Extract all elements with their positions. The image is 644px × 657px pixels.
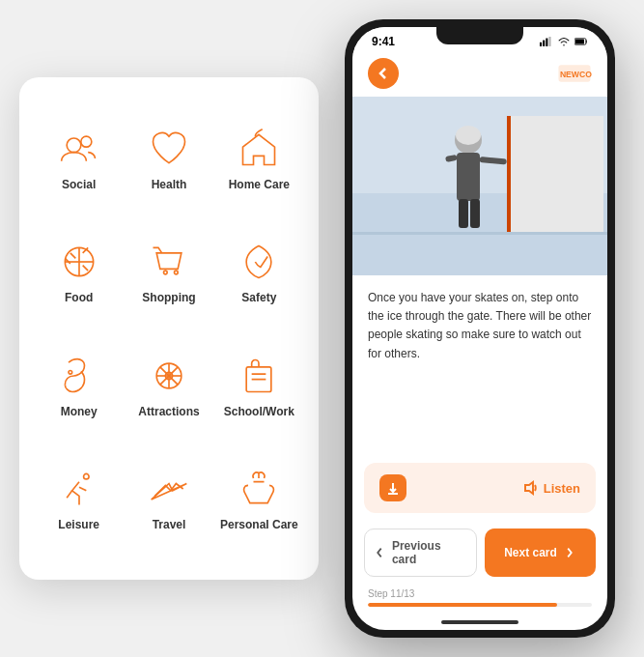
travel-label: Travel — [153, 518, 186, 531]
phone-notch — [436, 27, 523, 44]
shopping-icon — [146, 239, 192, 285]
prev-card-button[interactable]: Previous card — [364, 528, 477, 577]
status-time: 9:41 — [372, 35, 395, 48]
safety-icon — [236, 239, 282, 285]
schoolwork-label: School/Work — [224, 405, 294, 418]
personalcare-icon — [236, 466, 282, 512]
svg-rect-19 — [548, 37, 550, 46]
next-card-button[interactable]: Next card — [485, 528, 596, 577]
svg-rect-27 — [507, 116, 603, 232]
svg-rect-32 — [459, 199, 468, 228]
step-bar: Step 11/13 — [352, 585, 607, 614]
battery-icon — [574, 35, 588, 48]
shopping-label: Shopping — [142, 291, 195, 304]
home-bar — [441, 620, 518, 624]
next-label: Next card — [504, 546, 557, 559]
content-area: Once you have your skates on, step onto … — [352, 275, 607, 463]
svg-point-0 — [67, 138, 81, 153]
schoolwork-icon — [236, 353, 282, 399]
prev-label: Previous card — [392, 539, 468, 566]
svg-rect-28 — [507, 116, 511, 232]
money-label: Money — [61, 405, 98, 418]
download-icon — [385, 480, 401, 496]
listen-button[interactable]: Listen — [522, 480, 580, 496]
category-health[interactable]: Health — [128, 106, 209, 211]
money-icon — [56, 353, 102, 399]
homecare-icon — [236, 126, 282, 172]
content-text: Once you have your skates on, step onto … — [368, 289, 592, 363]
food-label: Food — [65, 291, 93, 304]
social-label: Social — [62, 178, 96, 191]
attractions-icon — [146, 353, 192, 399]
status-icons — [540, 35, 588, 48]
svg-rect-26 — [352, 232, 607, 235]
back-button[interactable] — [368, 58, 399, 89]
safety-label: Safety — [241, 291, 276, 304]
category-attractions[interactable]: Attractions — [128, 333, 209, 438]
health-icon — [146, 126, 192, 172]
svg-point-6 — [174, 271, 178, 274]
category-travel[interactable]: Travel — [128, 447, 209, 552]
homecare-label: Home Care — [229, 178, 290, 191]
svg-point-7 — [69, 370, 72, 374]
leisure-icon — [56, 466, 102, 512]
svg-rect-33 — [470, 199, 480, 228]
progress-fill — [368, 603, 557, 607]
signal-icon — [540, 35, 553, 48]
phone-screen: 9:41 — [352, 27, 607, 630]
category-leisure[interactable]: Leisure — [39, 447, 119, 552]
svg-point-30 — [456, 126, 481, 145]
category-food[interactable]: Food — [39, 220, 119, 325]
category-social[interactable]: Social — [39, 106, 119, 211]
speaker-icon — [522, 480, 538, 496]
top-nav: NEWCOMER — [352, 52, 607, 97]
category-schoolwork[interactable]: School/Work — [219, 333, 299, 438]
wifi-icon — [557, 35, 571, 48]
phone-frame: 9:41 — [345, 19, 615, 638]
svg-rect-17 — [543, 41, 545, 46]
progress-track — [368, 603, 592, 607]
category-personalcare[interactable]: Personal Care — [219, 447, 299, 552]
next-arrow-icon — [563, 546, 576, 559]
category-money[interactable]: Money — [39, 333, 119, 438]
listen-label: Listen — [544, 481, 580, 496]
svg-rect-31 — [457, 153, 480, 201]
app-logo: NEWCOMER — [557, 60, 592, 87]
logo-icon: NEWCOMER — [557, 60, 592, 87]
hero-image — [352, 97, 607, 275]
prev-arrow-icon — [373, 546, 386, 559]
category-shopping[interactable]: Shopping — [128, 220, 209, 325]
category-safety[interactable]: Safety — [219, 220, 299, 325]
personalcare-label: Personal Care — [220, 518, 298, 531]
hero-background — [352, 97, 607, 275]
download-button[interactable] — [379, 474, 406, 501]
category-homecare[interactable]: Home Care — [219, 106, 299, 211]
svg-point-5 — [163, 271, 167, 274]
svg-rect-18 — [546, 39, 547, 46]
travel-icon — [146, 466, 192, 512]
food-icon — [56, 239, 102, 285]
svg-marker-37 — [525, 482, 533, 494]
svg-point-15 — [83, 474, 88, 480]
health-label: Health — [152, 178, 187, 191]
back-arrow-icon — [376, 66, 391, 81]
svg-point-1 — [80, 136, 91, 147]
social-icon — [56, 126, 102, 172]
categories-card: Social Health Home Care Food Shopping Sa… — [19, 77, 319, 580]
step-text: Step 11/13 — [368, 588, 592, 599]
nav-buttons: Previous card Next card — [352, 521, 607, 585]
home-indicator — [352, 614, 607, 630]
attractions-label: Attractions — [138, 405, 199, 418]
svg-rect-21 — [575, 40, 584, 44]
listen-bar: Listen — [364, 463, 596, 513]
svg-text:NEWCOMER: NEWCOMER — [560, 70, 592, 79]
leisure-label: Leisure — [58, 518, 99, 531]
svg-rect-16 — [540, 43, 542, 46]
